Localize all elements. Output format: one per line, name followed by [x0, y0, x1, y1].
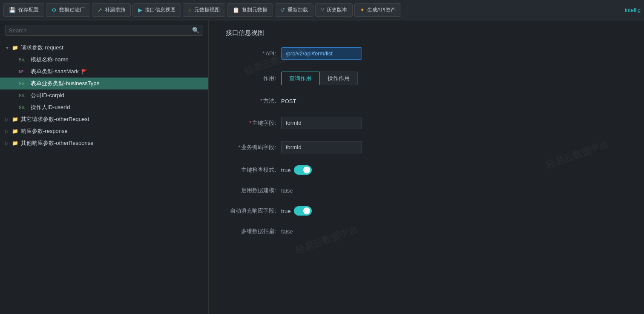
copy-meta-icon: 📋: [233, 7, 239, 13]
toolbar-btn-gen-api[interactable]: ✦生成API资产: [354, 3, 401, 17]
folder-icon-0: 📁: [12, 45, 18, 51]
form-label-primary_key: *主键字段:: [226, 119, 281, 127]
toolbar-btn-reload[interactable]: ↺重新加载: [275, 3, 313, 17]
input-api[interactable]: [281, 47, 362, 60]
type-badge-3: Str.: [19, 81, 28, 86]
meta-view-icon: ≡: [188, 7, 192, 13]
data-filter-label: 数据过滤厂: [59, 6, 85, 14]
required-mark-biz_code: *: [238, 144, 240, 150]
tree-item-8[interactable]: ▷📁其他响应参数-otherResponse: [0, 137, 208, 149]
tree-label-0: 请求参数-request: [21, 44, 63, 52]
toggle-auto_fill[interactable]: [294, 206, 312, 216]
data-filter-icon: ⚙: [52, 7, 57, 13]
tree-label-8: 其他响应参数-otherResponse: [21, 139, 94, 147]
supplement-icon: ↗: [98, 7, 102, 13]
type-badge-1: Str.: [19, 58, 28, 62]
tree: ▼📁请求参数-requestStr.模板名称-nameNº表单类型-saasMa…: [0, 40, 208, 314]
api-info-icon: ▶: [138, 7, 142, 13]
form-row-primary_key: *主键字段:: [226, 117, 627, 129]
tree-item-6[interactable]: ▷📁其它请求参数-otherRequest: [0, 113, 208, 125]
tree-item-1[interactable]: Str.模板名称-name: [0, 54, 208, 66]
reload-label: 重新加载: [288, 6, 308, 14]
required-mark-method: *: [260, 98, 262, 104]
tree-item-2[interactable]: Nº表单类型-saasMark🚩: [0, 66, 208, 78]
search-icon[interactable]: 🔍: [192, 27, 199, 34]
static-data_model: false: [281, 187, 293, 194]
form-value-primary_key: [281, 117, 362, 129]
form-row-auto_fill: 自动填充响应字段:true: [226, 206, 627, 216]
btngroup-role-opt-1[interactable]: 操作作用: [319, 72, 358, 85]
sidebar: 🔍 ▼📁请求参数-requestStr.模板名称-nameNº表单类型-saas…: [0, 20, 209, 314]
toolbar-btn-supplement[interactable]: ↗补漏措施: [92, 3, 131, 17]
tree-item-4[interactable]: Str.公司ID-corpid: [0, 89, 208, 101]
main-layout: 🔍 ▼📁请求参数-requestStr.模板名称-nameNº表单类型-saas…: [0, 20, 644, 314]
form-row-method: *方法:POST: [226, 97, 627, 105]
tree-item-5[interactable]: Str.操作人ID-userId: [0, 101, 208, 113]
save-config-label: 保存配置: [18, 6, 39, 14]
form-label-auto_fill: 自动填充响应字段:: [226, 207, 281, 215]
toolbar-btn-history[interactable]: ⑂历史版本: [315, 3, 353, 17]
save-config-icon: 💾: [9, 7, 16, 13]
toolbar-btn-save-config[interactable]: 💾保存配置: [3, 3, 44, 17]
tree-item-3[interactable]: Str.表单业务类型-businessType: [0, 78, 208, 89]
form-row-multi_dim: 多维数据拍扁:false: [226, 228, 627, 235]
form-label-pk_check: 主键检查模式:: [226, 166, 281, 174]
type-badge-2: Nº: [19, 69, 28, 74]
toolbar-btn-api-info[interactable]: ▶接口信息视图: [132, 3, 181, 17]
form-value-multi_dim: false: [281, 228, 293, 235]
folder-icon-7: 📁: [12, 128, 18, 134]
form-row-pk_check: 主键检查模式:true: [226, 165, 627, 175]
type-badge-4: Str.: [19, 93, 28, 98]
toolbar: 💾保存配置⚙数据过滤厂↗补漏措施▶接口信息视图≡元数据视图📋复制元数据↺重新加载…: [0, 0, 644, 20]
form-value-role: 查询作用操作作用: [281, 72, 358, 85]
type-badge-5: Str.: [19, 105, 28, 110]
toggle-pk_check[interactable]: [294, 165, 312, 175]
toolbar-end-label: intellig: [625, 7, 641, 13]
form-row-data_model: 启用数据建模:false: [226, 187, 627, 194]
tree-label-5: 操作人ID-userId: [31, 104, 70, 111]
static-multi_dim: false: [281, 228, 293, 235]
static-method: POST: [281, 98, 296, 104]
tree-item-0[interactable]: ▼📁请求参数-request: [0, 42, 208, 54]
form-label-api: *API:: [226, 50, 281, 57]
form-area: *API:作用:查询作用操作作用*方法:POST*主键字段:*业务编码字段:主键…: [226, 47, 627, 235]
tree-item-7[interactable]: ▷📁响应参数-response: [0, 125, 208, 137]
form-value-method: POST: [281, 98, 296, 104]
form-value-pk_check: true: [281, 165, 312, 175]
toggle-slider-auto_fill: [294, 206, 312, 216]
tree-arrow-7: ▷: [5, 129, 9, 134]
input-biz_code[interactable]: [281, 141, 362, 153]
tree-label-2: 表单类型-saasMark: [31, 68, 79, 75]
toggle-wrap-auto_fill: true: [281, 206, 312, 216]
btngroup-role-opt-0[interactable]: 查询作用: [281, 72, 319, 85]
api-info-label: 接口信息视图: [145, 6, 175, 14]
gen-api-label: 生成API资产: [367, 6, 396, 14]
history-icon: ⑂: [321, 7, 324, 13]
folder-icon-8: 📁: [12, 140, 18, 146]
toolbar-btn-copy-meta[interactable]: 📋复制元数据: [227, 3, 273, 17]
content-title: 接口信息视图: [226, 29, 627, 37]
input-primary_key[interactable]: [281, 117, 362, 129]
toolbar-btn-data-filter[interactable]: ⚙数据过滤厂: [46, 3, 90, 17]
search-box: 🔍: [5, 25, 203, 36]
copy-meta-label: 复制元数据: [242, 6, 267, 14]
meta-view-label: 元数据视图: [194, 6, 220, 14]
flag-icon-2: 🚩: [81, 69, 87, 75]
form-label-multi_dim: 多维数据拍扁:: [226, 228, 281, 235]
form-label-data_model: 启用数据建模:: [226, 187, 281, 194]
toggle-wrap-pk_check: true: [281, 165, 312, 175]
tree-arrow-8: ▷: [5, 141, 9, 146]
search-input[interactable]: [9, 27, 192, 34]
tree-label-7: 响应参数-response: [21, 127, 68, 135]
form-row-api: *API:: [226, 47, 627, 60]
reload-icon: ↺: [280, 7, 285, 13]
toolbar-btn-meta-view[interactable]: ≡元数据视图: [183, 3, 225, 17]
toggle-label-auto_fill: true: [281, 208, 290, 214]
toggle-label-pk_check: true: [281, 167, 290, 173]
btngroup-role: 查询作用操作作用: [281, 72, 358, 85]
tree-label-3: 表单业务类型-businessType: [31, 80, 100, 87]
required-mark-primary_key: *: [249, 120, 251, 126]
form-value-biz_code: [281, 141, 362, 153]
history-label: 历史版本: [327, 6, 347, 14]
toggle-slider-pk_check: [294, 165, 312, 175]
